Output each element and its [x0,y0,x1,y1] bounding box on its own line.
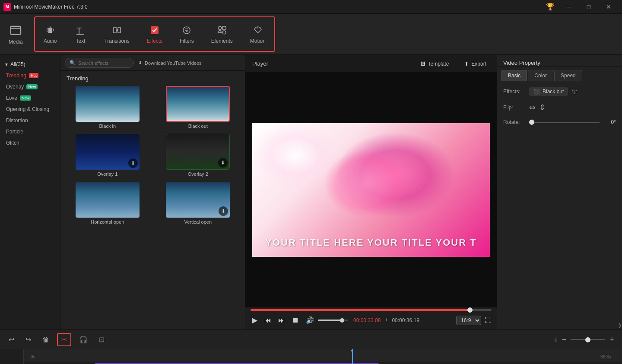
toolbar-effects-label: Effects [147,38,162,44]
search-input[interactable] [78,60,130,66]
tab-speed-label: Speed [561,73,576,79]
flip-vertical-icon[interactable]: ⇕ [539,103,546,112]
left-panel: ▼ All(35) Trending Hot Overlay New Love … [0,55,245,329]
download-icon: ⬇ [138,60,142,66]
track-labels: + 🎬 ♪ [0,349,24,364]
category-love[interactable]: Love New [0,92,60,104]
effects-toolbar: 🔍 ⬇ Download YouTube Videos [60,55,245,71]
effect-black-in-label: Black in [99,123,116,129]
tab-basic[interactable]: Basic [501,70,527,81]
player-header: Player 🖼 Template ⬆ Export [245,55,497,73]
skip-back-button[interactable]: ⏮ [263,315,273,326]
category-list: ▼ All(35) Trending Hot Overlay New Love … [0,55,60,329]
category-opening-closing[interactable]: Opening & Closing [0,104,60,115]
time-total: 00:00:36.19 [392,317,419,323]
ruler-end: 36.8s [600,355,611,359]
toolbar-filters[interactable]: Filters [171,17,203,51]
scissors-button[interactable]: ✂ [57,333,71,346]
toolbar-effects[interactable]: Effects [138,17,171,51]
category-trending[interactable]: Trending Hot [0,70,60,81]
rotate-value: 0° [529,119,616,125]
category-trending-label: Trending [6,73,26,79]
time-ruler: 0s 36.8s [24,349,622,361]
overlay-new-badge: New [26,84,38,89]
category-opening-closing-label: Opening & Closing [6,106,49,112]
tab-color-label: Color [534,73,547,79]
zoom-in-button[interactable]: + [607,334,617,345]
skip-forward-button[interactable]: ⏭ [276,315,287,326]
vert-download-icon[interactable]: ⬇ [219,206,228,216]
player-controls: ▶ ⏮ ⏭ ⏹ 🔊 00:00:33.08 / 00:00:36.19 16:9 [245,307,497,329]
template-icon: 🖼 [420,61,425,67]
rotate-row: Rotate: 0° [503,119,616,125]
toolbar-elements-label: Elements [211,38,233,44]
volume-icon[interactable]: 🔊 [304,314,316,326]
tab-color[interactable]: Color [528,70,553,81]
progress-bar[interactable] [251,309,492,311]
progress-fill [251,309,470,311]
redo-button[interactable]: ↪ [22,334,35,345]
category-overlay[interactable]: Overlay New [0,81,60,92]
maximize-button[interactable]: □ [579,0,599,14]
effect-black-out[interactable]: Black out [156,86,241,129]
right-panel: Video Property Basic Color Speed Effects… [497,55,622,329]
stop-button[interactable]: ⏹ [290,315,301,326]
tab-speed[interactable]: Speed [554,70,582,81]
toolbar-effects-group: Audio T Text Transitions Effects Filters… [34,16,275,52]
svg-text:T: T [76,26,82,35]
play-button[interactable]: ▶ [251,314,259,326]
effect-horizontal-open[interactable]: Horizontal open [65,182,150,225]
rotate-slider[interactable] [529,122,600,123]
effect-badge: ⬛ Black out [529,87,568,96]
effect-black-in[interactable]: Black in [65,86,150,129]
effects-panel: 🔍 ⬇ Download YouTube Videos Trending Bla… [60,55,245,329]
video-preview: YOUR TITLE HERE YOUR TITLE YOUR T [252,123,490,257]
tracks-area: 0s 36.8s T Caption4 32.1s [24,349,622,364]
toolbar-text[interactable]: T Text [65,17,95,51]
flip-horizontal-icon[interactable]: ⇔ [529,103,536,112]
delete-clip-button[interactable]: 🗑 [39,334,53,345]
effect-overlay2[interactable]: ⬇ Overlay 2 [156,134,241,177]
effect-overlay1[interactable]: ⬇ Overlay 1 [65,134,150,177]
toolbar-motion[interactable]: Motion [241,17,274,51]
caption-track: T Caption4 32.1s [24,361,622,364]
video-title-overlay: YOUR TITLE HERE YOUR TITLE YOUR T [257,228,485,257]
category-all[interactable]: ▼ All(35) [0,59,60,70]
effect-black-out-thumb [166,86,230,122]
template-button[interactable]: 🖼 Template [417,59,453,69]
download-youtube-button[interactable]: ⬇ Download YouTube Videos [138,60,202,66]
export-icon: ⬆ [464,61,469,67]
fullscreen-button[interactable]: ⛶ [485,317,492,324]
download-label: Download YouTube Videos [145,60,202,66]
hot-badge: Hot [29,73,38,78]
undo-button[interactable]: ↩ [5,334,18,345]
overlay1-download-icon[interactable]: ⬇ [128,158,138,168]
minimize-button[interactable]: ─ [559,0,579,14]
effect-vertical-open[interactable]: ⬇ Vertical open [156,182,241,225]
zoom-out-button[interactable]: − [559,334,569,345]
zoom-slider[interactable] [571,339,605,340]
volume-bar[interactable] [318,320,348,321]
template-label: Template [428,61,449,67]
delete-effect-icon[interactable]: 🗑 [571,88,578,95]
audio-detach-button[interactable]: 🎧 [76,334,91,345]
app-icon: M [3,3,11,11]
upgrade-icon[interactable]: 🏆 [546,3,555,11]
toolbar-transitions[interactable]: Transitions [95,17,138,51]
export-button[interactable]: ⬆ Export [461,59,490,69]
toolbar-media[interactable]: Media [0,14,32,54]
category-distortion[interactable]: Distortion [0,115,60,126]
collapse-panel-icon[interactable]: ❯ [618,322,622,328]
timeline: ↩ ↪ 🗑 ✂ 🎧 ⊡ ⁞⁞ − + + 🎬 ♪ [0,329,622,364]
overlay2-download-icon[interactable]: ⬇ [218,158,228,168]
toolbar-audio[interactable]: Audio [35,17,66,51]
crop-button[interactable]: ⊡ [95,334,108,345]
toolbar-elements[interactable]: Elements [203,17,241,51]
category-glitch-label: Glitch [6,140,19,146]
section-title: Trending [65,75,241,82]
toolbar-audio-label: Audio [44,38,57,44]
close-button[interactable]: ✕ [599,0,619,14]
category-particle[interactable]: Particle [0,126,60,137]
category-glitch[interactable]: Glitch [0,137,60,149]
aspect-ratio-select[interactable]: 16:9 4:3 1:1 [456,316,481,325]
